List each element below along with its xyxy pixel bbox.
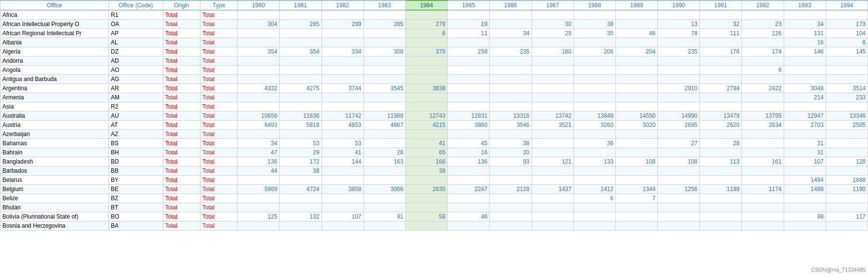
cell-1981[interactable] [280, 10, 321, 20]
cell-1987[interactable] [532, 148, 574, 157]
cell-1989[interactable]: 14550 [615, 111, 657, 121]
cell-1993[interactable]: 2703 [784, 121, 826, 130]
cell-1982[interactable] [321, 56, 363, 66]
cell-1990[interactable]: 1256 [658, 185, 700, 194]
cell-1990[interactable] [658, 212, 700, 221]
cell-1994[interactable] [826, 66, 868, 75]
cell-1987[interactable] [532, 38, 574, 47]
cell-code[interactable]: R1 [109, 10, 163, 20]
cell-1982[interactable]: 4853 [321, 121, 363, 130]
cell-1994[interactable]: 2505 [826, 121, 868, 130]
cell-type[interactable]: Total [200, 176, 237, 185]
cell-code[interactable]: AU [109, 111, 163, 121]
cell-office[interactable]: Africa [0, 10, 109, 20]
cell-1994[interactable] [826, 139, 868, 148]
cell-type[interactable]: Total [200, 84, 237, 93]
cell-1991[interactable]: 176 [700, 47, 742, 56]
cell-type[interactable]: Total [200, 212, 237, 221]
cell-1989[interactable]: 3020 [615, 121, 657, 130]
cell-1993[interactable]: 31 [784, 139, 826, 148]
cell-1987[interactable] [532, 139, 574, 148]
cell-1990[interactable] [658, 10, 700, 20]
cell-1983[interactable]: 163 [363, 157, 405, 166]
cell-1981[interactable] [280, 203, 321, 212]
cell-1980[interactable] [238, 10, 280, 20]
cell-1989[interactable] [615, 203, 657, 212]
cell-1990[interactable] [658, 148, 700, 157]
cell-1985[interactable]: 12831 [448, 111, 490, 121]
cell-1987[interactable] [532, 166, 574, 176]
cell-1989[interactable]: 46 [615, 29, 657, 38]
cell-origin[interactable]: Total [163, 130, 200, 139]
cell-1989[interactable] [615, 148, 657, 157]
cell-1991[interactable] [700, 203, 742, 212]
cell-1980[interactable] [238, 176, 280, 185]
cell-1982[interactable]: 41 [321, 148, 363, 157]
cell-1981[interactable] [280, 176, 321, 185]
cell-1991[interactable] [700, 10, 742, 20]
cell-origin[interactable]: Total [163, 176, 200, 185]
cell-office[interactable]: Azerbaijan [0, 130, 109, 139]
cell-1994[interactable] [826, 166, 868, 176]
cell-office[interactable]: Australia [0, 111, 109, 121]
cell-code[interactable]: OA [109, 20, 163, 29]
cell-1989[interactable] [615, 56, 657, 66]
cell-type[interactable]: Total [200, 148, 237, 157]
cell-1988[interactable] [574, 203, 615, 212]
cell-1985[interactable]: 258 [448, 47, 490, 56]
cell-1983[interactable] [363, 221, 405, 231]
cell-1989[interactable] [615, 38, 657, 47]
cell-origin[interactable]: Total [163, 121, 200, 130]
cell-1993[interactable] [784, 66, 826, 75]
cell-1988[interactable]: 6 [574, 194, 615, 203]
cell-1989[interactable] [615, 166, 657, 176]
cell-1991[interactable] [700, 130, 742, 139]
cell-origin[interactable]: Total [163, 10, 200, 20]
cell-1980[interactable]: 136 [238, 157, 280, 166]
cell-1985[interactable]: 19 [448, 20, 490, 29]
cell-office[interactable]: Bhutan [0, 203, 109, 212]
cell-1989[interactable] [615, 102, 657, 111]
cell-1981[interactable]: 11836 [280, 111, 321, 121]
cell-origin[interactable]: Total [163, 221, 200, 231]
cell-1994[interactable] [826, 194, 868, 203]
cell-1983[interactable] [363, 56, 405, 66]
cell-1985[interactable]: 46 [448, 212, 490, 221]
cell-1983[interactable]: 3066 [363, 185, 405, 194]
cell-1989[interactable] [615, 84, 657, 93]
cell-1990[interactable]: 108 [658, 157, 700, 166]
cell-1983[interactable] [363, 139, 405, 148]
cell-1981[interactable] [280, 102, 321, 111]
cell-1989[interactable]: 7 [615, 194, 657, 203]
cell-1993[interactable] [784, 203, 826, 212]
cell-1983[interactable] [363, 102, 405, 111]
cell-1980[interactable] [238, 66, 280, 75]
cell-1984[interactable]: 2835 [405, 185, 447, 194]
cell-1991[interactable] [700, 38, 742, 47]
cell-1990[interactable] [658, 102, 700, 111]
cell-1988[interactable]: 13849 [574, 111, 615, 121]
cell-1984[interactable] [405, 130, 447, 139]
cell-1994[interactable] [826, 221, 868, 231]
cell-1991[interactable] [700, 166, 742, 176]
cell-1993[interactable]: 88 [784, 212, 826, 221]
cell-1988[interactable] [574, 93, 615, 102]
cell-1982[interactable] [321, 221, 363, 231]
cell-1985[interactable] [448, 166, 490, 176]
cell-1989[interactable] [615, 75, 657, 84]
cell-1985[interactable]: 11 [448, 29, 490, 38]
cell-office[interactable]: Barbados [0, 166, 109, 176]
cell-code[interactable]: BB [109, 166, 163, 176]
cell-1983[interactable] [363, 130, 405, 139]
cell-1992[interactable] [742, 75, 784, 84]
cell-1981[interactable] [280, 29, 321, 38]
cell-code[interactable]: DZ [109, 47, 163, 56]
cell-1981[interactable]: 38 [280, 166, 321, 176]
cell-1984[interactable]: 166 [405, 157, 447, 166]
cell-office[interactable]: Asia [0, 102, 109, 111]
cell-1982[interactable] [321, 29, 363, 38]
cell-1983[interactable]: 4667 [363, 121, 405, 130]
cell-1981[interactable]: 132 [280, 212, 321, 221]
cell-1985[interactable] [448, 84, 490, 93]
cell-1989[interactable] [615, 139, 657, 148]
